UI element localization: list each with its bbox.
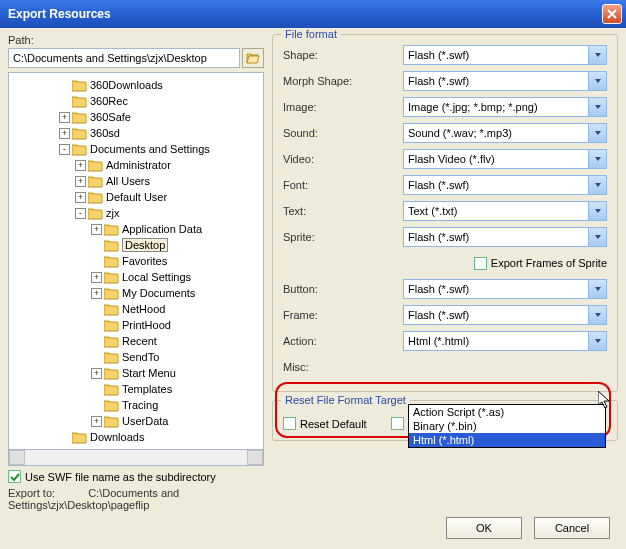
ffb1-combo-button[interactable]	[588, 306, 606, 324]
tree-item[interactable]: -zjx	[11, 205, 261, 221]
tree-expander[interactable]: +	[59, 128, 70, 139]
ffb0-combo-button[interactable]	[588, 280, 606, 298]
scroll-right-button[interactable]	[247, 450, 263, 465]
tree-item[interactable]: +Start Menu	[11, 365, 261, 381]
tree-item-label: Documents and Settings	[90, 143, 210, 155]
close-button[interactable]	[602, 4, 622, 24]
ff7-combo-button[interactable]	[588, 228, 606, 246]
ok-button[interactable]: OK	[446, 517, 522, 539]
browse-button[interactable]	[242, 48, 264, 68]
tree-expander[interactable]: +	[91, 224, 102, 235]
tree-item[interactable]: +Default User	[11, 189, 261, 205]
tree-expander[interactable]: +	[75, 192, 86, 203]
ff7-combo[interactable]: Flash (*.swf)	[403, 227, 607, 247]
tree-expander[interactable]: -	[59, 144, 70, 155]
tree-item[interactable]: SendTo	[11, 349, 261, 365]
ffb0-combo[interactable]: Flash (*.swf)	[403, 279, 607, 299]
action-combo[interactable]: Html (*.html)	[403, 331, 607, 351]
subdir-checkbox-row[interactable]: Use SWF file name as the subdirectory	[8, 470, 264, 483]
ff6-combo[interactable]: Text (*.txt)	[403, 201, 607, 221]
tree-item[interactable]: 360Rec	[11, 93, 261, 109]
scroll-left-button[interactable]	[9, 450, 25, 465]
ff0-combo-button[interactable]	[588, 46, 606, 64]
tree-item[interactable]: Downloads	[11, 429, 261, 445]
ff1-combo-button[interactable]	[588, 72, 606, 90]
reset-default-checkbox[interactable]	[283, 417, 296, 430]
window-title: Export Resources	[8, 7, 111, 21]
tree-item[interactable]: +Administrator	[11, 157, 261, 173]
tree-expander[interactable]: +	[75, 160, 86, 171]
action-option-html[interactable]: Html (*.html)	[409, 433, 605, 447]
chevron-down-icon	[594, 337, 602, 345]
ff7-label: Sprite:	[283, 231, 403, 243]
ff2-combo[interactable]: Image (*.jpg; *.bmp; *.png)	[403, 97, 607, 117]
ff1-combo[interactable]: Flash (*.swf)	[403, 71, 607, 91]
ff3-combo-button[interactable]	[588, 124, 606, 142]
ff5-combo[interactable]: Flash (*.swf)	[403, 175, 607, 195]
tree-item[interactable]: +Application Data	[11, 221, 261, 237]
tree-item-label: 360sd	[90, 127, 120, 139]
folder-tree[interactable]: 360Downloads360Rec+360Safe+360sd-Documen…	[8, 72, 264, 450]
tree-item[interactable]: +Local Settings	[11, 269, 261, 285]
tree-item[interactable]: NetHood	[11, 301, 261, 317]
ff0-label: Shape:	[283, 49, 403, 61]
tree-item-label: Tracing	[122, 399, 158, 411]
path-input[interactable]	[8, 48, 240, 68]
tree-expander[interactable]: +	[59, 112, 70, 123]
action-dropdown-list[interactable]: Action Script (*.as) Binary (*.bin) Html…	[408, 404, 606, 448]
tree-item[interactable]: +360Safe	[11, 109, 261, 125]
reset-fla-checkbox[interactable]	[391, 417, 404, 430]
tree-item-label: Start Menu	[122, 367, 176, 379]
tree-item[interactable]: 360Downloads	[11, 77, 261, 93]
tree-item[interactable]: Recent	[11, 333, 261, 349]
ffb1-combo-text: Flash (*.swf)	[404, 309, 588, 321]
ff3-combo-text: Sound (*.wav; *.mp3)	[404, 127, 588, 139]
tree-expander[interactable]: +	[91, 416, 102, 427]
tree-item[interactable]: +All Users	[11, 173, 261, 189]
chevron-down-icon	[594, 285, 602, 293]
file-format-legend: File format	[281, 28, 341, 40]
tree-expander[interactable]: +	[91, 368, 102, 379]
ff7-row: Sprite:Flash (*.swf)	[283, 227, 607, 247]
subdir-checkbox[interactable]	[8, 470, 21, 483]
tree-item[interactable]: +My Documents	[11, 285, 261, 301]
ff1-combo-text: Flash (*.swf)	[404, 75, 588, 87]
chevron-down-icon	[594, 77, 602, 85]
ff4-combo-button[interactable]	[588, 150, 606, 168]
cancel-button[interactable]: Cancel	[534, 517, 610, 539]
export-frames-checkbox-row[interactable]: Export Frames of Sprite	[474, 257, 607, 270]
tree-item[interactable]: +UserData	[11, 413, 261, 429]
tree-item[interactable]: +360sd	[11, 125, 261, 141]
ff5-label: Font:	[283, 179, 403, 191]
tree-item[interactable]: PrintHood	[11, 317, 261, 333]
export-frames-checkbox[interactable]	[474, 257, 487, 270]
ff3-combo[interactable]: Sound (*.wav; *.mp3)	[403, 123, 607, 143]
ff0-combo[interactable]: Flash (*.swf)	[403, 45, 607, 65]
ff6-row: Text:Text (*.txt)	[283, 201, 607, 221]
tree-expander[interactable]: +	[91, 272, 102, 283]
tree-item-label: Application Data	[122, 223, 202, 235]
reset-default-label: Reset Default	[300, 418, 367, 430]
reset-default-row[interactable]: Reset Default	[283, 417, 367, 430]
tree-hscroll[interactable]	[8, 450, 264, 466]
tree-item[interactable]: Templates	[11, 381, 261, 397]
ff0-combo-text: Flash (*.swf)	[404, 49, 588, 61]
ff6-combo-button[interactable]	[588, 202, 606, 220]
ffb1-label: Frame:	[283, 309, 403, 321]
tree-item[interactable]: Tracing	[11, 397, 261, 413]
ff5-combo-text: Flash (*.swf)	[404, 179, 588, 191]
ff5-combo-button[interactable]	[588, 176, 606, 194]
tree-item[interactable]: Desktop	[11, 237, 261, 253]
action-option-bin[interactable]: Binary (*.bin)	[409, 419, 605, 433]
tree-expander[interactable]: +	[91, 288, 102, 299]
action-combo-button[interactable]	[588, 332, 606, 350]
ffb1-combo[interactable]: Flash (*.swf)	[403, 305, 607, 325]
tree-item[interactable]: -Documents and Settings	[11, 141, 261, 157]
tree-item[interactable]: Favorites	[11, 253, 261, 269]
action-option-as[interactable]: Action Script (*.as)	[409, 405, 605, 419]
tree-expander[interactable]: -	[75, 208, 86, 219]
ff4-combo[interactable]: Flash Video (*.flv)	[403, 149, 607, 169]
ff2-combo-button[interactable]	[588, 98, 606, 116]
tree-expander[interactable]: +	[75, 176, 86, 187]
tree-item-label: SendTo	[122, 351, 159, 363]
